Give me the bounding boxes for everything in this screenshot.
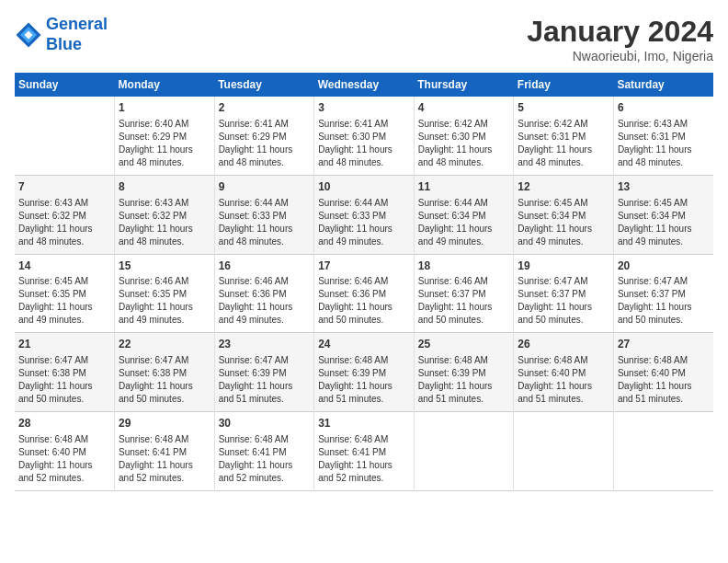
day-detail: Sunrise: 6:47 AM Sunset: 6:37 PM Dayligh… — [518, 275, 609, 327]
day-detail: Sunrise: 6:47 AM Sunset: 6:39 PM Dayligh… — [219, 354, 311, 406]
calendar-cell: 11Sunrise: 6:44 AM Sunset: 6:34 PM Dayli… — [414, 175, 514, 254]
calendar-week-row: 1Sunrise: 6:40 AM Sunset: 6:29 PM Daylig… — [15, 97, 713, 175]
calendar-cell: 30Sunrise: 6:48 AM Sunset: 6:41 PM Dayli… — [214, 412, 314, 491]
day-number: 2 — [219, 100, 311, 116]
calendar-cell: 29Sunrise: 6:48 AM Sunset: 6:41 PM Dayli… — [115, 412, 215, 491]
calendar-body: 1Sunrise: 6:40 AM Sunset: 6:29 PM Daylig… — [15, 97, 713, 490]
logo-line2: Blue — [46, 35, 82, 53]
day-number: 28 — [18, 416, 110, 431]
calendar-cell: 9Sunrise: 6:44 AM Sunset: 6:33 PM Daylig… — [214, 175, 314, 254]
calendar-cell: 24Sunrise: 6:48 AM Sunset: 6:39 PM Dayli… — [314, 333, 415, 412]
day-detail: Sunrise: 6:48 AM Sunset: 6:40 PM Dayligh… — [518, 354, 609, 406]
logo: General Blue — [15, 15, 108, 54]
day-detail: Sunrise: 6:44 AM Sunset: 6:33 PM Dayligh… — [219, 197, 311, 248]
calendar-cell: 23Sunrise: 6:47 AM Sunset: 6:39 PM Dayli… — [214, 333, 314, 412]
day-detail: Sunrise: 6:48 AM Sunset: 6:39 PM Dayligh… — [318, 354, 410, 406]
logo-icon — [15, 21, 42, 49]
calendar-week-row: 28Sunrise: 6:48 AM Sunset: 6:40 PM Dayli… — [15, 412, 713, 491]
calendar-cell: 10Sunrise: 6:44 AM Sunset: 6:33 PM Dayli… — [314, 175, 415, 254]
day-detail: Sunrise: 6:44 AM Sunset: 6:33 PM Dayligh… — [318, 197, 410, 248]
day-number: 29 — [119, 416, 210, 431]
day-detail: Sunrise: 6:47 AM Sunset: 6:37 PM Dayligh… — [618, 275, 710, 327]
calendar-cell: 3Sunrise: 6:41 AM Sunset: 6:30 PM Daylig… — [314, 97, 415, 175]
day-number: 24 — [318, 337, 410, 352]
header-sunday: Sunday — [15, 73, 115, 97]
day-detail: Sunrise: 6:42 AM Sunset: 6:31 PM Dayligh… — [518, 118, 609, 169]
day-detail: Sunrise: 6:46 AM Sunset: 6:36 PM Dayligh… — [318, 275, 410, 327]
day-detail: Sunrise: 6:44 AM Sunset: 6:34 PM Dayligh… — [418, 197, 510, 248]
day-number: 20 — [618, 259, 710, 274]
day-number: 21 — [18, 337, 110, 352]
day-detail: Sunrise: 6:46 AM Sunset: 6:37 PM Dayligh… — [418, 275, 510, 327]
day-number: 9 — [219, 179, 311, 195]
day-number: 25 — [418, 337, 510, 352]
day-detail: Sunrise: 6:41 AM Sunset: 6:30 PM Dayligh… — [318, 118, 410, 169]
calendar-week-row: 7Sunrise: 6:43 AM Sunset: 6:32 PM Daylig… — [15, 175, 713, 254]
calendar-cell: 4Sunrise: 6:42 AM Sunset: 6:30 PM Daylig… — [414, 97, 514, 175]
day-detail: Sunrise: 6:48 AM Sunset: 6:40 PM Dayligh… — [618, 354, 710, 406]
day-number: 27 — [618, 337, 710, 352]
day-detail: Sunrise: 6:46 AM Sunset: 6:35 PM Dayligh… — [119, 275, 210, 327]
day-number: 19 — [518, 259, 609, 274]
day-number: 12 — [518, 179, 609, 195]
calendar-cell: 7Sunrise: 6:43 AM Sunset: 6:32 PM Daylig… — [15, 175, 115, 254]
calendar-cell: 26Sunrise: 6:48 AM Sunset: 6:40 PM Dayli… — [514, 333, 614, 412]
calendar-table: SundayMondayTuesdayWednesdayThursdayFrid… — [15, 73, 713, 491]
day-number: 1 — [119, 100, 210, 116]
day-detail: Sunrise: 6:48 AM Sunset: 6:41 PM Dayligh… — [119, 433, 210, 485]
day-number: 5 — [518, 100, 609, 116]
day-detail: Sunrise: 6:43 AM Sunset: 6:32 PM Dayligh… — [18, 197, 110, 248]
day-detail: Sunrise: 6:43 AM Sunset: 6:31 PM Dayligh… — [618, 118, 710, 169]
header-saturday: Saturday — [613, 73, 713, 97]
calendar-cell: 15Sunrise: 6:46 AM Sunset: 6:35 PM Dayli… — [115, 254, 215, 333]
day-number: 30 — [219, 416, 311, 431]
calendar-cell: 13Sunrise: 6:45 AM Sunset: 6:34 PM Dayli… — [613, 175, 713, 254]
day-number: 15 — [119, 259, 210, 274]
header-wednesday: Wednesday — [314, 73, 415, 97]
logo-text: General Blue — [46, 15, 108, 54]
calendar-cell: 1Sunrise: 6:40 AM Sunset: 6:29 PM Daylig… — [115, 97, 215, 175]
day-number: 13 — [618, 179, 710, 195]
day-detail: Sunrise: 6:47 AM Sunset: 6:38 PM Dayligh… — [18, 354, 110, 406]
header-friday: Friday — [514, 73, 614, 97]
day-number: 7 — [18, 179, 110, 195]
calendar-cell: 8Sunrise: 6:43 AM Sunset: 6:32 PM Daylig… — [115, 175, 215, 254]
header-tuesday: Tuesday — [214, 73, 314, 97]
day-number: 3 — [318, 100, 410, 116]
page-header: General Blue January 2024 Nwaorieubi, Im… — [15, 15, 713, 63]
day-number: 10 — [318, 179, 410, 195]
day-number: 17 — [318, 259, 410, 274]
calendar-cell: 12Sunrise: 6:45 AM Sunset: 6:34 PM Dayli… — [514, 175, 614, 254]
day-number: 4 — [418, 100, 510, 116]
calendar-cell: 18Sunrise: 6:46 AM Sunset: 6:37 PM Dayli… — [414, 254, 514, 333]
calendar-cell: 20Sunrise: 6:47 AM Sunset: 6:37 PM Dayli… — [613, 254, 713, 333]
day-number: 16 — [219, 259, 311, 274]
calendar-cell — [514, 412, 614, 491]
day-detail: Sunrise: 6:45 AM Sunset: 6:34 PM Dayligh… — [618, 197, 710, 248]
day-detail: Sunrise: 6:48 AM Sunset: 6:39 PM Dayligh… — [418, 354, 510, 406]
calendar-cell: 22Sunrise: 6:47 AM Sunset: 6:38 PM Dayli… — [115, 333, 215, 412]
header-monday: Monday — [115, 73, 215, 97]
day-detail: Sunrise: 6:48 AM Sunset: 6:41 PM Dayligh… — [318, 433, 410, 485]
calendar-cell: 16Sunrise: 6:46 AM Sunset: 6:36 PM Dayli… — [214, 254, 314, 333]
header-thursday: Thursday — [414, 73, 514, 97]
calendar-cell: 14Sunrise: 6:45 AM Sunset: 6:35 PM Dayli… — [15, 254, 115, 333]
day-number: 26 — [518, 337, 609, 352]
calendar-header-row: SundayMondayTuesdayWednesdayThursdayFrid… — [15, 73, 713, 97]
calendar-cell — [15, 97, 115, 175]
day-detail: Sunrise: 6:41 AM Sunset: 6:29 PM Dayligh… — [219, 118, 311, 169]
location: Nwaorieubi, Imo, Nigeria — [527, 49, 713, 63]
day-detail: Sunrise: 6:43 AM Sunset: 6:32 PM Dayligh… — [119, 197, 210, 248]
calendar-cell: 2Sunrise: 6:41 AM Sunset: 6:29 PM Daylig… — [214, 97, 314, 175]
day-number: 14 — [18, 259, 110, 274]
calendar-cell: 6Sunrise: 6:43 AM Sunset: 6:31 PM Daylig… — [613, 97, 713, 175]
day-number: 8 — [119, 179, 210, 195]
day-detail: Sunrise: 6:45 AM Sunset: 6:34 PM Dayligh… — [518, 197, 609, 248]
day-detail: Sunrise: 6:40 AM Sunset: 6:29 PM Dayligh… — [119, 118, 210, 169]
calendar-cell: 5Sunrise: 6:42 AM Sunset: 6:31 PM Daylig… — [514, 97, 614, 175]
day-detail: Sunrise: 6:48 AM Sunset: 6:40 PM Dayligh… — [18, 433, 110, 485]
logo-line1: General — [46, 15, 108, 33]
calendar-cell: 21Sunrise: 6:47 AM Sunset: 6:38 PM Dayli… — [15, 333, 115, 412]
month-title: January 2024 — [527, 15, 713, 49]
day-number: 31 — [318, 416, 410, 431]
